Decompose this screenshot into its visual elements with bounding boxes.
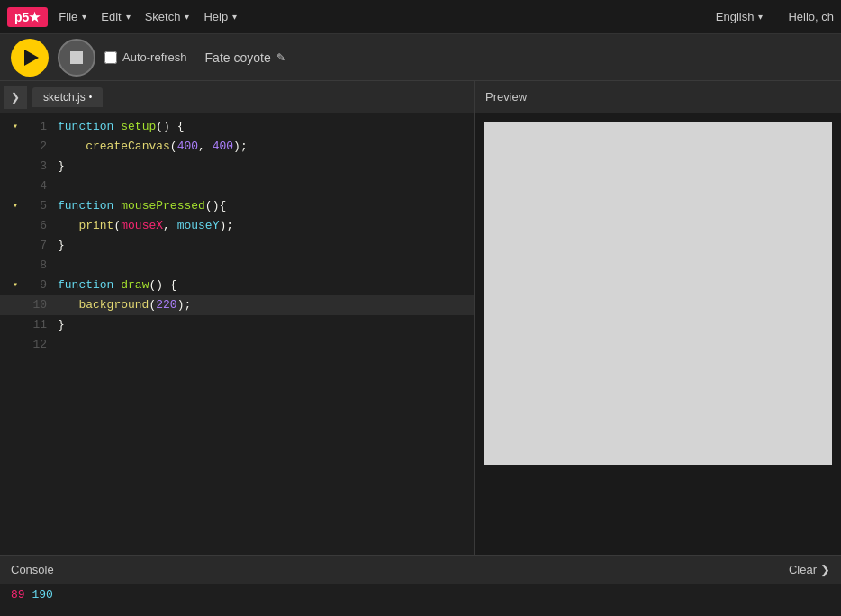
code-line: 11} xyxy=(0,315,474,335)
file-tab-sketch[interactable]: sketch.js • xyxy=(32,87,103,107)
toolbar: Auto-refresh Fate coyote ✎ xyxy=(0,34,841,81)
line-number: 1 xyxy=(25,117,47,137)
fold-arrow[interactable]: ▾ xyxy=(13,196,25,216)
line-number: 9 xyxy=(25,276,47,295)
line-gutter: 4 xyxy=(0,177,54,196)
line-gutter: 6 xyxy=(0,216,54,236)
line-content: } xyxy=(54,157,65,177)
console-title: Console xyxy=(11,563,789,576)
clear-label: Clear xyxy=(789,563,817,576)
line-content: function draw() { xyxy=(54,276,177,295)
line-number: 6 xyxy=(25,216,47,236)
line-content: } xyxy=(54,236,65,256)
code-line: ▾1function setup() { xyxy=(0,117,474,137)
sketch-name-text: Fate coyote xyxy=(205,50,271,65)
auto-refresh-label: Auto-refresh xyxy=(122,50,187,64)
menu-help[interactable]: Help xyxy=(203,10,237,23)
menu-edit[interactable]: Edit xyxy=(101,10,130,23)
preview-header: Preview xyxy=(475,81,841,113)
line-content: function setup() { xyxy=(54,117,184,137)
line-gutter: 8 xyxy=(0,256,54,276)
menu-sketch[interactable]: Sketch xyxy=(145,10,190,23)
line-gutter: ▾5 xyxy=(0,196,54,216)
code-line: 6 print(mouseX, mouseY); xyxy=(0,216,474,236)
console-x-value: 89 xyxy=(11,588,25,602)
menu-file[interactable]: File xyxy=(59,10,86,23)
stop-button[interactable] xyxy=(58,39,95,77)
clear-console-button[interactable]: Clear ❯ xyxy=(789,563,830,576)
line-number: 8 xyxy=(25,256,47,276)
code-editor-panel: ❯ sketch.js • ▾1function setup() {2 crea… xyxy=(0,81,475,555)
code-line: 12 xyxy=(0,335,474,355)
fold-arrow[interactable]: ▾ xyxy=(13,117,25,137)
code-line: 7} xyxy=(0,236,474,256)
line-content: } xyxy=(54,315,65,335)
code-line: 2 createCanvas(400, 400); xyxy=(0,137,474,157)
line-number: 7 xyxy=(25,236,47,256)
line-number: 2 xyxy=(25,137,47,157)
play-button[interactable] xyxy=(11,39,49,77)
line-number: 4 xyxy=(25,177,47,196)
line-content: background(220); xyxy=(54,295,191,315)
edit-sketch-name-icon[interactable]: ✎ xyxy=(276,51,285,64)
user-greeting: Hello, ch xyxy=(788,10,834,23)
console-header: Console Clear ❯ xyxy=(0,556,841,584)
line-number: 12 xyxy=(25,335,47,355)
line-number: 5 xyxy=(25,196,47,216)
line-gutter: 7 xyxy=(0,236,54,256)
console-area: Console Clear ❯ 89 190 xyxy=(0,555,841,616)
language-selector[interactable]: English xyxy=(716,10,764,23)
console-output: 89 190 xyxy=(0,584,841,605)
line-gutter: 2 xyxy=(0,137,54,157)
file-tab-name: sketch.js xyxy=(43,91,86,104)
console-y-value: 190 xyxy=(32,588,52,602)
line-gutter: ▾9 xyxy=(0,276,54,295)
code-line: 3} xyxy=(0,157,474,177)
menu-bar: p5★ File Edit Sketch Help English Hello,… xyxy=(0,0,841,34)
preview-canvas xyxy=(484,122,832,465)
code-line: 8 xyxy=(0,256,474,276)
line-content: createCanvas(400, 400); xyxy=(54,137,248,157)
p5-logo[interactable]: p5★ xyxy=(7,7,48,27)
file-tabs: ❯ sketch.js • xyxy=(0,81,474,113)
code-line: 10 background(220); xyxy=(0,295,474,315)
line-number: 3 xyxy=(25,157,47,177)
fold-arrow[interactable]: ▾ xyxy=(13,276,25,295)
collapse-sidebar-button[interactable]: ❯ xyxy=(4,86,27,109)
code-line: 4 xyxy=(0,177,474,196)
line-content: function mousePressed(){ xyxy=(54,196,226,216)
code-line: ▾9function draw() { xyxy=(0,276,474,295)
code-line: ▾5function mousePressed(){ xyxy=(0,196,474,216)
line-number: 11 xyxy=(25,315,47,335)
editor-area: ❯ sketch.js • ▾1function setup() {2 crea… xyxy=(0,81,841,555)
line-number: 10 xyxy=(25,295,47,315)
modified-indicator: • xyxy=(89,92,93,102)
line-content: print(mouseX, mouseY); xyxy=(54,216,233,236)
auto-refresh-checkbox[interactable] xyxy=(104,51,117,64)
preview-label: Preview xyxy=(485,90,527,104)
preview-panel: Preview xyxy=(475,81,841,555)
line-gutter: 3 xyxy=(0,157,54,177)
console-chevron-icon: ❯ xyxy=(820,563,830,576)
line-gutter: 10 xyxy=(0,295,54,315)
line-gutter: 12 xyxy=(0,335,54,355)
code-editor-content[interactable]: ▾1function setup() {2 createCanvas(400, … xyxy=(0,113,474,555)
line-gutter: ▾1 xyxy=(0,117,54,137)
line-gutter: 11 xyxy=(0,315,54,335)
